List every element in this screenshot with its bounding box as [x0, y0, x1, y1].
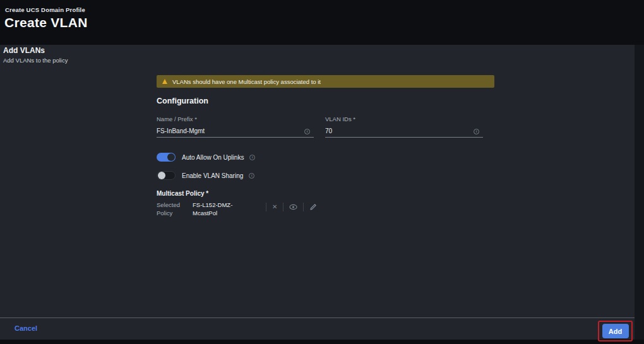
selected-policy-value-line1: FS-L152-DMZ-: [193, 201, 238, 209]
name-prefix-status-icon: i: [304, 129, 310, 134]
toggle-knob: [167, 153, 175, 161]
name-prefix-label: Name / Prefix *: [157, 116, 314, 122]
warning-triangle-icon: [162, 79, 167, 84]
auto-allow-uplinks-info-icon[interactable]: i: [249, 155, 255, 160]
vlan-ids-status-icon: i: [474, 129, 479, 134]
divider: [283, 203, 283, 211]
edit-pencil-icon[interactable]: [309, 203, 317, 211]
enable-vlan-sharing-label: Enable VLAN Sharing: [182, 172, 243, 179]
breadcrumb: Create UCS Domain Profile: [5, 6, 85, 13]
footer-bar: Cancel Add: [0, 317, 635, 340]
multicast-policy-label: Multicast Policy *: [157, 190, 208, 197]
section-subtitle: Add VLANs to the policy: [3, 57, 68, 64]
enable-vlan-sharing-row: Enable VLAN Sharing i: [157, 171, 254, 180]
right-gutter: [635, 45, 644, 340]
selected-policy-value-line2: McastPol: [193, 209, 238, 217]
page-title: Create VLAN: [4, 15, 88, 30]
add-button[interactable]: Add: [602, 324, 629, 338]
configuration-heading: Configuration: [157, 97, 208, 105]
vlan-ids-label: VLAN IDs *: [325, 116, 483, 122]
multicast-warning-banner: VLANs should have one Multicast policy a…: [157, 75, 494, 88]
warning-message: VLANs should have one Multicast policy a…: [172, 78, 321, 85]
enable-vlan-sharing-info-icon[interactable]: i: [249, 173, 254, 179]
add-button-highlight-box: Add: [598, 321, 633, 341]
page-header: Create UCS Domain Profile Create VLAN: [0, 0, 644, 45]
name-prefix-input[interactable]: [157, 126, 314, 137]
eye-icon[interactable]: [289, 204, 297, 210]
add-vlans-panel: Add VLANs Add VLANs to the policy VLANs …: [0, 45, 635, 340]
section-title: Add VLANs: [3, 46, 45, 55]
auto-allow-uplinks-label: Auto Allow On Uplinks: [182, 154, 244, 161]
selected-policy-value: FS-L152-DMZ- McastPol: [193, 201, 238, 217]
toggle-knob: [158, 172, 165, 179]
selected-policy-row: Selected Policy FS-L152-DMZ- McastPol ✕: [157, 201, 317, 217]
name-prefix-field: Name / Prefix * i: [157, 116, 314, 138]
policy-actions: ✕: [260, 203, 317, 211]
remove-policy-icon[interactable]: ✕: [272, 204, 277, 210]
enable-vlan-sharing-toggle[interactable]: [157, 171, 176, 180]
selected-policy-caption: Selected Policy: [157, 201, 193, 217]
vlan-ids-field: VLAN IDs * i: [325, 116, 483, 138]
name-prefix-input-wrap: i: [157, 124, 314, 138]
vlan-ids-input-wrap: i: [325, 124, 483, 138]
divider: [303, 203, 304, 211]
vlan-ids-input[interactable]: [325, 126, 483, 137]
divider: [266, 203, 266, 211]
auto-allow-uplinks-toggle[interactable]: [157, 153, 176, 162]
auto-allow-uplinks-row: Auto Allow On Uplinks i: [157, 153, 255, 162]
cancel-button[interactable]: Cancel: [15, 324, 37, 332]
